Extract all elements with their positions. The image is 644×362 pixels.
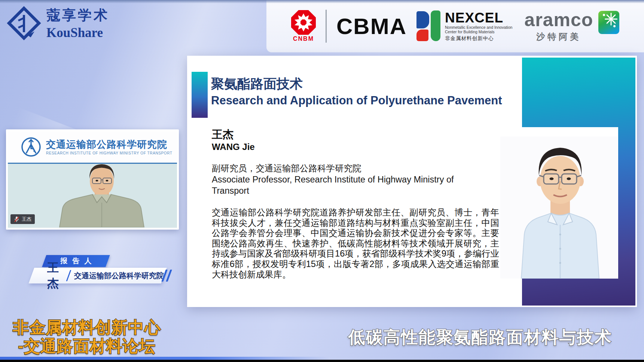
top-edge-strip	[0, 0, 644, 3]
cnbm-logo: CNBM	[291, 10, 316, 42]
institute-logo-icon	[21, 136, 42, 157]
koushare-logo: 蔻享学术 KouShare	[6, 5, 109, 41]
koushare-name-en: KouShare	[46, 25, 109, 40]
title-accent-bar	[192, 72, 208, 118]
slide-card: 聚氨酯路面技术 Research and Application of Poly…	[187, 56, 637, 307]
speaker-name-en: WANG Jie	[212, 141, 255, 153]
logo-divider	[326, 10, 327, 43]
banner-speaker-affiliation: 交通运输部公路科学研究院	[74, 271, 164, 281]
stream-frame: CNBM CBMA NEXCEL Nonmetallic Excellence …	[0, 0, 644, 362]
session-caption: 低碳高性能聚氨酯路面材料与技术	[336, 326, 624, 349]
webcam-feed: 王杰	[8, 164, 177, 228]
institute-name-en: RESEARCH INSTITUTE OF HIGHWAY MINISTRY O…	[46, 151, 172, 155]
speaker-bio: 交通运输部公路科学研究院道路养护研发部主任、副研究员、博士，青年科技拔尖人才，兼…	[212, 208, 499, 280]
cnbm-label: CNBM	[293, 36, 314, 42]
muted-mic-icon	[14, 216, 19, 223]
aramco-label-cn: 沙特阿美	[536, 31, 581, 43]
bottom-blue-strip	[0, 357, 329, 360]
nexcel-wordmark: NEXCEL	[445, 11, 512, 25]
slash-divider	[66, 270, 71, 281]
nexcel-subtitle-2: Center for Building Materials	[445, 30, 512, 34]
forum-line-1: 非金属材料创新中心	[3, 318, 171, 337]
participant-nametag: 王杰	[10, 214, 35, 224]
nexcel-subtitle-1: Nonmetallic Excellence and Innovation	[445, 25, 512, 30]
forum-banner: 非金属材料创新中心 -交通路面材料论坛	[3, 318, 171, 355]
cbma-logo: CBMA	[336, 13, 407, 39]
aramco-logo: aramco 沙特阿美	[524, 10, 619, 43]
speaker-name-banner: 王杰 交通运输部公路科学研究院	[28, 268, 167, 283]
speaker-portrait-drawing	[500, 136, 617, 279]
aramco-wordmark: aramco	[524, 10, 593, 30]
koushare-name-cn: 蔻享学术	[46, 6, 109, 25]
speaker-portrait	[500, 136, 617, 279]
bottom-black-bar	[0, 360, 644, 362]
nametag-label: 王杰	[22, 216, 31, 223]
slide-title-en: Research and Application of Polyurethane…	[211, 92, 502, 109]
webcam-video-panel: 交通运输部公路科学研究院 RESEARCH INSTITUTE OF HIGHW…	[6, 129, 179, 230]
institute-banner: 交通运输部公路科学研究院 RESEARCH INSTITUTE OF HIGHW…	[8, 131, 177, 163]
aramco-energy-icon	[598, 11, 619, 34]
speaker-position-cn: 副研究员，交通运输部公路科学研究院	[212, 163, 489, 174]
sponsor-logo-panel: CNBM CBMA NEXCEL Nonmetallic Excellence …	[266, 0, 644, 52]
banner-speaker-name: 王杰	[47, 260, 63, 291]
cnbm-flower-icon	[291, 10, 316, 35]
forum-line-2: -交通路面材料论坛	[3, 337, 171, 355]
koushare-diamond-icon	[6, 5, 42, 41]
slide-title-cn: 聚氨酯路面技术	[211, 75, 502, 92]
nexcel-puzzle-icon	[416, 10, 440, 42]
nexcel-logo: NEXCEL Nonmetallic Excellence and Innova…	[416, 10, 512, 42]
institute-name-cn: 交通运输部公路科学研究院	[46, 139, 172, 150]
nexcel-subtitle-cn: 非金属材料创新中心	[445, 35, 512, 42]
speaker-name-cn: 王杰	[212, 128, 255, 141]
speaker-position-en: Associate Professor, Research Institute …	[212, 174, 489, 196]
